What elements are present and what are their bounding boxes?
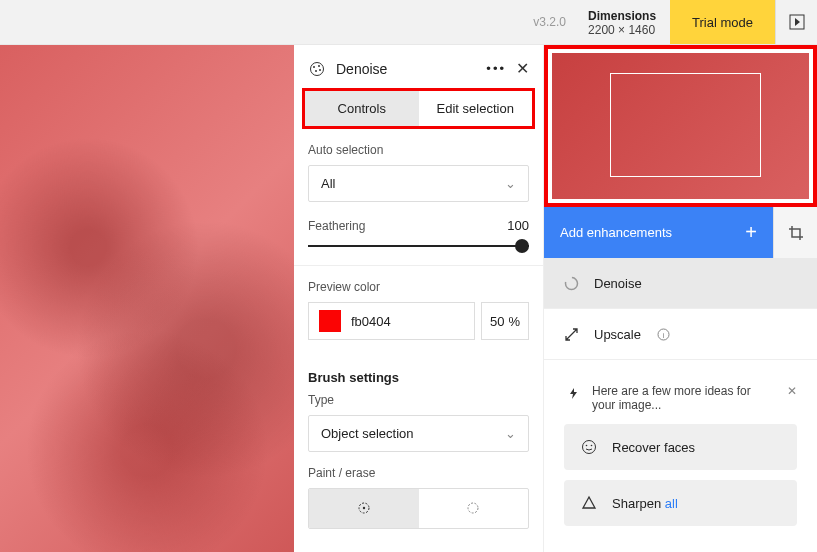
svg-point-14 bbox=[591, 445, 593, 447]
top-bar: v3.2.0 Dimensions 2200 × 1460 Trial mode bbox=[0, 0, 817, 45]
bolt-icon bbox=[564, 384, 582, 402]
plus-icon: + bbox=[745, 221, 757, 244]
chevron-down-icon: ⌄ bbox=[505, 176, 516, 191]
tabs-highlight: Controls Edit selection bbox=[302, 88, 535, 129]
paint-erase-label: Paint / erase bbox=[308, 466, 529, 480]
paint-button[interactable] bbox=[309, 489, 419, 528]
trial-mode-button[interactable]: Trial mode bbox=[670, 0, 775, 44]
enhancement-label: Denoise bbox=[594, 276, 642, 291]
preview-color-input[interactable]: fb0404 bbox=[308, 302, 475, 340]
crop-region[interactable] bbox=[610, 73, 761, 177]
image-thumbnail[interactable] bbox=[552, 53, 809, 199]
enhancement-denoise[interactable]: Denoise bbox=[544, 258, 817, 309]
brush-settings-heading: Brush settings bbox=[308, 370, 529, 385]
loading-spinner-icon bbox=[562, 274, 580, 292]
feathering-slider[interactable] bbox=[308, 245, 529, 247]
feathering-label: Feathering bbox=[308, 219, 365, 233]
tab-edit-selection[interactable]: Edit selection bbox=[419, 91, 533, 126]
type-label: Type bbox=[308, 393, 529, 407]
opacity-value: 50 bbox=[490, 314, 504, 329]
auto-selection-value: All bbox=[321, 176, 335, 191]
erase-target-icon bbox=[464, 499, 482, 517]
add-enhancements-button[interactable]: Add enhancements + bbox=[544, 207, 773, 258]
erase-button[interactable] bbox=[419, 489, 529, 528]
auto-selection-label: Auto selection bbox=[308, 143, 529, 157]
face-icon bbox=[580, 438, 598, 456]
idea-recover-faces[interactable]: Recover faces bbox=[564, 424, 797, 470]
panel-title: Denoise bbox=[336, 61, 476, 77]
feathering-value: 100 bbox=[507, 218, 529, 233]
paint-erase-toggle bbox=[308, 488, 529, 529]
tab-controls[interactable]: Controls bbox=[305, 91, 419, 126]
dismiss-ideas-button[interactable]: ✕ bbox=[787, 384, 797, 398]
paint-target-icon bbox=[355, 499, 373, 517]
triangle-icon bbox=[580, 494, 598, 512]
run-button[interactable] bbox=[775, 0, 817, 44]
denoise-icon bbox=[308, 60, 326, 78]
svg-point-5 bbox=[319, 69, 321, 71]
tabs: Controls Edit selection bbox=[305, 91, 532, 126]
dimensions-label: Dimensions bbox=[588, 9, 656, 23]
info-icon[interactable]: i bbox=[655, 325, 673, 343]
idea-label: Sharpen all bbox=[612, 496, 678, 511]
crop-tool-button[interactable] bbox=[773, 207, 817, 258]
chevron-down-icon: ⌄ bbox=[505, 426, 516, 441]
more-menu-button[interactable]: ••• bbox=[486, 61, 506, 76]
thumbnail-highlight bbox=[544, 45, 817, 207]
percent-symbol: % bbox=[508, 314, 520, 329]
version-label: v3.2.0 bbox=[525, 0, 574, 44]
ideas-text: Here are a few more ideas for your image… bbox=[592, 384, 777, 412]
svg-point-12 bbox=[583, 441, 596, 454]
preview-color-label: Preview color bbox=[308, 280, 529, 294]
svg-point-9 bbox=[565, 277, 577, 289]
svg-point-3 bbox=[318, 65, 320, 67]
idea-label: Recover faces bbox=[612, 440, 695, 455]
svg-point-1 bbox=[311, 62, 324, 75]
panel-header: Denoise ••• ✕ bbox=[294, 45, 543, 88]
svg-point-4 bbox=[315, 70, 317, 72]
svg-text:i: i bbox=[663, 330, 665, 339]
color-swatch bbox=[319, 310, 341, 332]
dimensions-block: Dimensions 2200 × 1460 bbox=[574, 0, 670, 44]
svg-point-7 bbox=[363, 507, 365, 509]
main-area: Denoise ••• ✕ Controls Edit selection Au… bbox=[0, 45, 817, 552]
ideas-section: Here are a few more ideas for your image… bbox=[554, 374, 807, 540]
svg-point-13 bbox=[586, 445, 588, 447]
right-panel: Add enhancements + Denoise Upscale i bbox=[544, 45, 817, 552]
brush-type-dropdown[interactable]: Object selection ⌄ bbox=[308, 415, 529, 452]
controls-panel: Denoise ••• ✕ Controls Edit selection Au… bbox=[294, 45, 544, 552]
opacity-input[interactable]: 50 % bbox=[481, 302, 529, 340]
enhancement-upscale[interactable]: Upscale i bbox=[544, 309, 817, 360]
close-panel-button[interactable]: ✕ bbox=[516, 59, 529, 78]
auto-selection-dropdown[interactable]: All ⌄ bbox=[308, 165, 529, 202]
svg-point-2 bbox=[313, 66, 315, 68]
dimensions-value: 2200 × 1460 bbox=[588, 23, 656, 37]
upscale-icon bbox=[562, 325, 580, 343]
color-hex-value: fb0404 bbox=[351, 314, 391, 329]
idea-sharpen[interactable]: Sharpen all bbox=[564, 480, 797, 526]
svg-point-8 bbox=[468, 503, 478, 513]
image-viewer[interactable] bbox=[0, 45, 294, 552]
play-icon bbox=[788, 13, 806, 31]
enhancement-label: Upscale bbox=[594, 327, 641, 342]
slider-thumb[interactable] bbox=[515, 239, 529, 253]
crop-icon bbox=[787, 224, 805, 242]
add-enhancements-label: Add enhancements bbox=[560, 225, 672, 240]
brush-type-value: Object selection bbox=[321, 426, 414, 441]
